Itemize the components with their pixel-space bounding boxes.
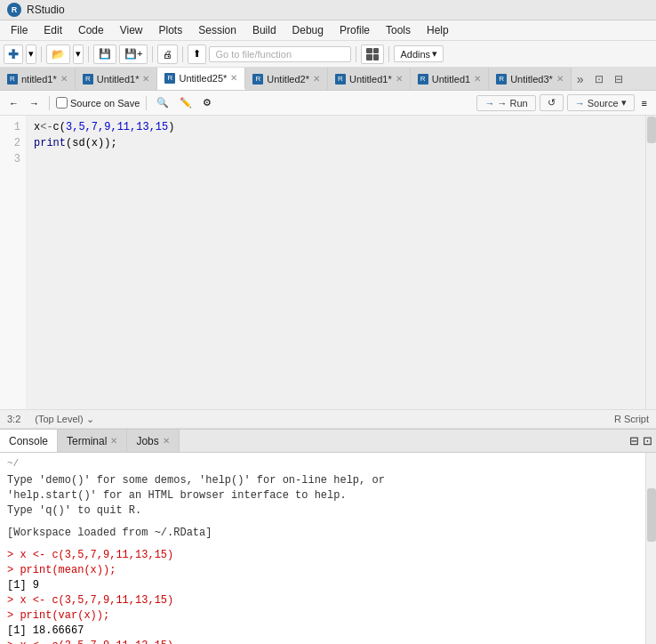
magic-wand-button[interactable]: ✏️ bbox=[176, 95, 196, 110]
minimize-console-button[interactable]: ⊟ bbox=[629, 434, 639, 447]
tab-r-icon: R bbox=[496, 74, 507, 85]
tab-close-button[interactable]: ✕ bbox=[474, 74, 481, 84]
source-button[interactable]: → Source ▾ bbox=[567, 94, 635, 111]
tab-console[interactable]: Console bbox=[0, 430, 58, 452]
code-line-2: print ( sd (x)); bbox=[34, 135, 638, 151]
tab-restore-button[interactable]: ⊡ bbox=[589, 68, 609, 90]
forward-button[interactable]: → bbox=[26, 96, 43, 110]
save-button[interactable]: 💾 bbox=[93, 44, 116, 64]
settings-button[interactable]: ⚙ bbox=[199, 95, 215, 110]
console-history-6: [1] 18.66667 bbox=[7, 624, 649, 639]
goto-button[interactable]: ⬆ bbox=[188, 44, 206, 64]
tab-jobs[interactable]: Jobs ✕ bbox=[127, 430, 179, 452]
editor-toolbar: ← → Source on Save 🔍 ✏️ ⚙ → → Run ↺ → So… bbox=[0, 91, 656, 116]
editor-menu-button[interactable]: ≡ bbox=[638, 96, 651, 110]
tab-untitled1c[interactable]: R Untitled1 ✕ bbox=[411, 68, 489, 90]
source-on-save-checkbox[interactable] bbox=[56, 97, 68, 109]
tab-label: Untitled3* bbox=[510, 74, 553, 85]
console-section: Console Terminal ✕ Jobs ✕ ⊟ ⊡ ~/ Type 'd… bbox=[0, 429, 656, 644]
menu-debug[interactable]: Debug bbox=[285, 22, 331, 38]
back-button[interactable]: ← bbox=[5, 96, 22, 110]
tab-label: Untitled1* bbox=[97, 74, 140, 85]
tab-untitled1b[interactable]: R Untitled1* ✕ bbox=[328, 68, 411, 90]
tab-r-icon: R bbox=[252, 74, 263, 85]
run-button[interactable]: → → Run bbox=[476, 95, 535, 111]
menu-build[interactable]: Build bbox=[245, 22, 284, 38]
menu-file[interactable]: File bbox=[4, 22, 35, 38]
tab-untitled25[interactable]: R Untitled25* ✕ bbox=[157, 68, 245, 90]
code-span: (x)); bbox=[85, 135, 117, 151]
line-num-1: 1 bbox=[5, 119, 20, 135]
console-history-1: > x <- c(3,5,7,9,11,13,15) bbox=[7, 548, 649, 563]
console-icons: ⊟ ⊡ bbox=[626, 430, 656, 452]
new-file-dropdown[interactable]: ▾ bbox=[26, 44, 36, 64]
menu-tools[interactable]: Tools bbox=[379, 22, 418, 38]
menu-session[interactable]: Session bbox=[191, 22, 244, 38]
goto-placeholder: Go to file/function bbox=[215, 49, 292, 60]
console-history-7: > x <- c(3,5,7,9,11,13,15) bbox=[7, 639, 649, 644]
save-all-button[interactable]: 💾+ bbox=[119, 44, 148, 64]
console-intro-1: Type 'demo()' for some demos, 'help()' f… bbox=[7, 473, 649, 488]
maximize-console-button[interactable]: ⊡ bbox=[643, 434, 652, 447]
tab-terminal[interactable]: Terminal ✕ bbox=[58, 430, 127, 452]
addins-button[interactable]: Addins ▾ bbox=[394, 45, 444, 62]
tab-close-button[interactable]: ✕ bbox=[230, 73, 237, 83]
menu-profile[interactable]: Profile bbox=[332, 22, 377, 38]
run-label: → Run bbox=[497, 98, 527, 109]
tab-label: Untitled1 bbox=[432, 74, 470, 85]
console-history-3: [1] 9 bbox=[7, 578, 649, 593]
terminal-close-button[interactable]: ✕ bbox=[110, 436, 117, 446]
tab-untitled1a[interactable]: R Untitled1* ✕ bbox=[76, 68, 158, 90]
toolbar: ✚ ▾ 📂 ▾ 💾 💾+ 🖨 ⬆ Go to file/function Add… bbox=[0, 41, 656, 68]
tab-close-button[interactable]: ✕ bbox=[396, 74, 403, 84]
tab-label: Untitled25* bbox=[179, 73, 227, 84]
menu-edit[interactable]: Edit bbox=[36, 22, 69, 38]
tab-untitled2[interactable]: R Untitled2* ✕ bbox=[245, 68, 328, 90]
goto-field[interactable]: Go to file/function bbox=[209, 46, 351, 62]
editor-tabs: R ntitled1* ✕ R Untitled1* ✕ R Untitled2… bbox=[0, 68, 656, 91]
console-tabs: Console Terminal ✕ Jobs ✕ ⊟ ⊡ bbox=[0, 430, 656, 453]
code-span: print bbox=[34, 135, 66, 151]
tab-overflow-button[interactable]: » bbox=[572, 68, 589, 90]
app-icon: R bbox=[7, 3, 21, 17]
code-area[interactable]: x <- c ( 3,5,7,9,11,13,15 ) print ( sd (… bbox=[27, 116, 645, 409]
editor-wrapper: ← → Source on Save 🔍 ✏️ ⚙ → → Run ↺ → So… bbox=[0, 91, 656, 429]
console-scrollbar[interactable]: ▲ ▼ bbox=[645, 453, 656, 644]
menu-view[interactable]: View bbox=[113, 22, 150, 38]
jobs-close-button[interactable]: ✕ bbox=[163, 436, 170, 446]
status-bar: 3:2 (Top Level) ⌄ R Script bbox=[0, 409, 656, 429]
run-arrow-icon: → bbox=[484, 98, 494, 109]
tab-maximize-button[interactable]: ⊟ bbox=[609, 68, 628, 90]
new-file-button[interactable]: ✚ bbox=[4, 44, 23, 64]
source-on-save-label[interactable]: Source on Save bbox=[56, 97, 140, 109]
editor-scrollbar[interactable] bbox=[645, 116, 656, 409]
tab-close-button[interactable]: ✕ bbox=[313, 74, 320, 84]
tab-untitled3[interactable]: R Untitled3* ✕ bbox=[489, 68, 572, 90]
code-span: ( bbox=[66, 135, 72, 151]
menu-plots[interactable]: Plots bbox=[152, 22, 190, 38]
tab-close-button[interactable]: ✕ bbox=[556, 74, 564, 84]
print-button[interactable]: 🖨 bbox=[157, 44, 178, 64]
grid-layout-button[interactable] bbox=[361, 44, 384, 64]
open-recent-button[interactable]: ▾ bbox=[73, 44, 84, 64]
console-intro-2: 'help.start()' for an HTML browser inter… bbox=[7, 488, 649, 503]
console-content[interactable]: ~/ Type 'demo()' for some demos, 'help()… bbox=[0, 453, 656, 644]
source-label: Source bbox=[588, 98, 619, 109]
console-scrollbar-thumb[interactable] bbox=[647, 488, 656, 542]
scrollbar-thumb[interactable] bbox=[647, 117, 656, 143]
source-on-save-text: Source on Save bbox=[70, 98, 140, 109]
code-span: sd bbox=[72, 135, 84, 151]
tab-close-button[interactable]: ✕ bbox=[142, 74, 149, 84]
menu-code[interactable]: Code bbox=[71, 22, 111, 38]
tab-ntitled1[interactable]: R ntitled1* ✕ bbox=[0, 68, 76, 90]
open-file-button[interactable]: 📂 bbox=[46, 44, 70, 64]
search-button[interactable]: 🔍 bbox=[153, 95, 172, 110]
cursor-position: 3:2 bbox=[7, 414, 20, 424]
tab-r-icon: R bbox=[83, 74, 93, 85]
tab-label: ntitled1* bbox=[21, 74, 57, 85]
rerun-button[interactable]: ↺ bbox=[540, 94, 564, 111]
menu-help[interactable]: Help bbox=[420, 22, 456, 38]
line-num-3: 3 bbox=[5, 151, 20, 167]
tab-close-button[interactable]: ✕ bbox=[60, 74, 68, 84]
tab-r-icon: R bbox=[418, 74, 428, 85]
